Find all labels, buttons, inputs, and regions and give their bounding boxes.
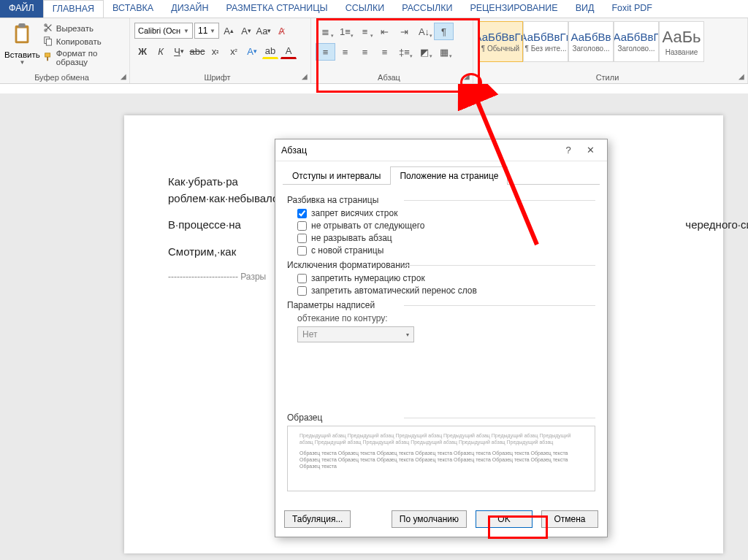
copy-button[interactable]: Копировать xyxy=(43,36,125,47)
style-nospacing[interactable]: АаБбВвГг,¶ Без инте... xyxy=(523,21,568,62)
section-textbox-options: Параметры надписей xyxy=(287,300,595,310)
ribbon-tabs: ФАЙЛ ГЛАВНАЯ ВСТАВКА ДИЗАЙН РАЗМЕТКА СТР… xyxy=(0,0,748,18)
paragraph-launcher[interactable]: ◢ xyxy=(462,72,471,81)
tab-file[interactable]: ФАЙЛ xyxy=(0,0,43,18)
tab-review[interactable]: РЕЦЕНЗИРОВАНИЕ xyxy=(461,0,566,18)
preview-box: Предыдущий абзац Предыдущий абзац Предыд… xyxy=(287,426,595,491)
group-font: Calibri (Осн▼ 11▼ A▴ A▾ Aa▾ A̷ Ж К Ч▾ ab… xyxy=(130,18,311,83)
tab-design[interactable]: ДИЗАЙН xyxy=(162,0,217,18)
subscript-icon[interactable]: x₂ xyxy=(207,43,224,59)
group-paragraph-label: Абзац xyxy=(311,73,467,82)
ok-button[interactable]: OK xyxy=(476,510,533,528)
paste-icon xyxy=(11,23,33,49)
set-default-button[interactable]: По умолчанию xyxy=(392,510,467,528)
show-marks-icon[interactable]: ¶ xyxy=(434,23,454,40)
dialog-tab-lineflow[interactable]: Положение на странице xyxy=(390,166,508,185)
font-size-combo[interactable]: 11▼ xyxy=(194,23,219,39)
svg-rect-8 xyxy=(47,57,48,61)
section-preview: Образец xyxy=(287,413,595,423)
borders-icon[interactable]: ▦ xyxy=(434,43,454,61)
tab-home[interactable]: ГЛАВНАЯ xyxy=(43,0,104,18)
line-spacing-icon[interactable]: ‡≡ xyxy=(394,43,414,61)
tab-layout[interactable]: РАЗМЕТКА СТРАНИЦЫ xyxy=(218,0,337,18)
cut-button[interactable]: Вырезать xyxy=(43,23,125,34)
bold-icon[interactable]: Ж xyxy=(134,43,150,59)
doc-text: В·процессе·на xyxy=(168,218,241,231)
shading-icon[interactable]: ◩ xyxy=(414,43,434,61)
tab-references[interactable]: ССЫЛКИ xyxy=(337,0,394,18)
bullets-icon[interactable]: ≣ xyxy=(316,23,335,40)
style-heading2[interactable]: АаБбВвГЗаголово... xyxy=(614,21,659,62)
decrease-indent-icon[interactable]: ⇤ xyxy=(375,23,394,40)
chk-no-hyphenate[interactable]: запретить автоматический перенос слов xyxy=(297,285,595,296)
tab-insert[interactable]: ВСТАВКА xyxy=(104,0,162,18)
scissors-icon xyxy=(43,23,53,34)
svg-rect-2 xyxy=(19,23,26,28)
strike-icon[interactable]: abc xyxy=(189,43,205,59)
group-paragraph: ≣ 1≡ ≡ ⇤ ⇥ A↓ ¶ ≡ ≡ ≡ ≡ ‡≡ ◩ ▦ Абзац ◢ xyxy=(311,18,473,83)
align-left-icon[interactable]: ≡ xyxy=(316,43,335,61)
sort-icon[interactable]: A↓ xyxy=(414,23,434,40)
ribbon: Вставить ▼ Вырезать Копировать Формат по… xyxy=(0,18,748,84)
justify-icon[interactable]: ≡ xyxy=(375,43,394,61)
dialog-help-button[interactable]: ? xyxy=(557,145,579,156)
svg-rect-7 xyxy=(45,53,50,57)
paste-button[interactable]: Вставить ▼ xyxy=(4,20,40,66)
textwrap-label: обтекание по контуру: xyxy=(297,313,595,323)
group-font-label: Шрифт xyxy=(130,73,305,82)
chk-widow-orphan[interactable]: запрет висячих строк xyxy=(297,208,595,218)
paste-label: Вставить xyxy=(4,50,40,59)
doc-text: Как·убрать·ра xyxy=(168,175,238,188)
underline-icon[interactable]: Ч▾ xyxy=(171,43,187,59)
font-color-icon[interactable]: A xyxy=(280,43,297,59)
align-right-icon[interactable]: ≡ xyxy=(355,43,375,61)
align-center-icon[interactable]: ≡ xyxy=(335,43,355,61)
styles-launcher[interactable]: ◢ xyxy=(737,72,746,81)
chk-keep-lines[interactable]: не разрывать абзац xyxy=(297,233,595,243)
change-case-icon[interactable]: Aa▾ xyxy=(256,23,272,39)
italic-icon[interactable]: К xyxy=(153,43,169,59)
dialog-title: Абзац xyxy=(281,145,557,156)
clipboard-launcher[interactable]: ◢ xyxy=(119,72,128,81)
cancel-button[interactable]: Отмена xyxy=(541,510,598,528)
chk-keep-with-next[interactable]: не отрывать от следующего xyxy=(297,220,595,231)
tab-view[interactable]: ВИД xyxy=(567,0,603,18)
paragraph-dialog: Абзац ? ✕ Отступы и интервалы Положение … xyxy=(275,139,608,537)
doc-text: Смотрим,·как xyxy=(168,245,236,258)
tab-foxit[interactable]: Foxit PDF xyxy=(603,0,661,18)
multilevel-icon[interactable]: ≡ xyxy=(355,23,375,40)
brush-icon xyxy=(43,52,53,64)
style-normal[interactable]: АаБбВвГг,¶ Обычный xyxy=(478,21,523,62)
shrink-font-icon[interactable]: A▾ xyxy=(238,23,254,39)
highlight-icon[interactable]: ab xyxy=(262,43,278,59)
dialog-tab-indents[interactable]: Отступы и интервалы xyxy=(283,166,390,185)
style-heading1[interactable]: АаБбВвЗаголово... xyxy=(568,21,614,62)
tabs-button[interactable]: Табуляция... xyxy=(284,510,351,528)
format-painter-label: Формат по образцу xyxy=(56,49,125,66)
page-break-label: Разры xyxy=(240,272,266,282)
doc-text: роблем·как·небывало¶ xyxy=(168,192,284,204)
group-styles-label: Стили xyxy=(473,73,741,82)
dialog-close-button[interactable]: ✕ xyxy=(579,145,601,156)
section-format-exceptions: Исключения форматирования xyxy=(287,260,595,270)
tab-mailings[interactable]: РАССЫЛКИ xyxy=(393,0,461,18)
chk-page-break-before[interactable]: с новой страницы xyxy=(297,245,595,256)
section-pagination: Разбивка на страницы xyxy=(287,195,595,205)
style-title[interactable]: АаБьНазвание xyxy=(659,21,704,62)
increase-indent-icon[interactable]: ⇥ xyxy=(394,23,414,40)
font-launcher[interactable]: ◢ xyxy=(300,72,309,81)
numbering-icon[interactable]: 1≡ xyxy=(335,23,355,40)
svg-rect-6 xyxy=(46,39,51,45)
grow-font-icon[interactable]: A▴ xyxy=(221,23,237,39)
group-clipboard-label: Буфер обмена xyxy=(0,73,123,82)
paste-dropdown-icon: ▼ xyxy=(19,59,25,66)
copy-icon xyxy=(43,36,53,47)
format-painter-button[interactable]: Формат по образцу xyxy=(43,49,125,66)
font-name-combo[interactable]: Calibri (Осн▼ xyxy=(134,23,193,39)
text-effects-icon[interactable]: A▾ xyxy=(244,43,260,59)
chk-suppress-line-numbers[interactable]: запретить нумерацию строк xyxy=(297,273,595,283)
svg-rect-1 xyxy=(18,28,27,42)
superscript-icon[interactable]: x² xyxy=(226,43,242,59)
cut-label: Вырезать xyxy=(56,24,94,33)
clear-format-icon[interactable]: A̷ xyxy=(273,23,289,39)
